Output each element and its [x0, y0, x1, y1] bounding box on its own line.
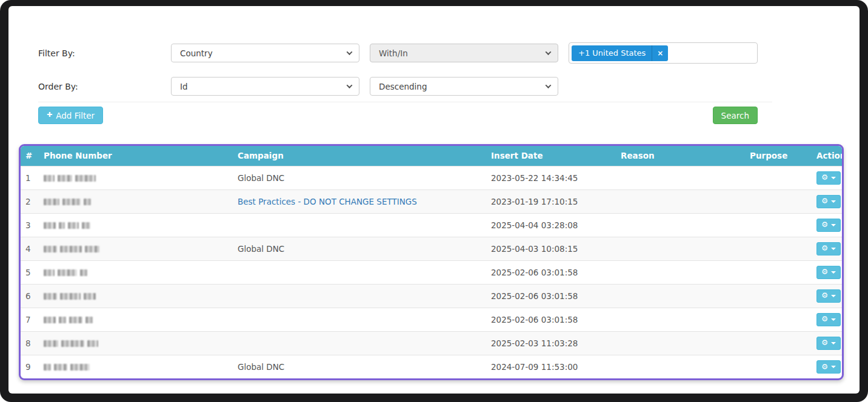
filter-operator-select[interactable]: With/In: [370, 44, 558, 62]
remove-tag-icon[interactable]: ×: [652, 45, 668, 61]
insert-date-cell: 2025-02-06 03:01:58: [486, 308, 616, 331]
divider: [38, 102, 772, 102]
reason-cell: [616, 284, 745, 308]
phone-number-redacted: [39, 331, 233, 355]
campaign-cell: [233, 213, 486, 237]
action-cell: ⚙: [812, 213, 842, 237]
table-body: 1Global DNC2023-05-22 14:34:45⚙2Best Pra…: [21, 166, 842, 378]
chevron-down-icon: [347, 82, 353, 88]
campaign-cell: [233, 308, 486, 331]
action-cell: ⚙: [812, 189, 842, 213]
phone-number-redacted: [39, 355, 233, 378]
window-frame: Filter By: Country With/In +1 United Sta…: [0, 0, 868, 402]
phone-number-redacted: [39, 237, 233, 260]
action-cell: ⚙: [812, 284, 842, 308]
row-action-dropdown-button[interactable]: ⚙: [816, 337, 841, 350]
redaction-block: [75, 175, 96, 182]
table-header-row: #Phone NumberCampaignInsert DateReasonPu…: [21, 146, 842, 166]
table-row: 9Global DNC2024-07-09 11:53:00⚙: [21, 355, 842, 378]
caret-down-icon: [831, 248, 836, 250]
filter-section: Filter By: Country With/In +1 United Sta…: [8, 6, 758, 96]
filter-by-row: Filter By: Country With/In +1 United Sta…: [38, 42, 758, 64]
redaction-block: [59, 222, 65, 229]
filter-by-label: Filter By:: [38, 48, 171, 58]
phone-number-redacted: [39, 260, 233, 284]
redaction-block: [85, 246, 99, 252]
filter-field-value: Country: [180, 48, 213, 58]
order-direction-select[interactable]: Descending: [370, 77, 558, 96]
table-row: 72025-02-06 03:01:58⚙: [21, 308, 842, 331]
purpose-cell: [745, 189, 812, 213]
row-action-dropdown-button[interactable]: ⚙: [816, 242, 841, 255]
order-field-select[interactable]: Id: [171, 77, 359, 96]
redaction-block: [68, 222, 79, 229]
purpose-cell: [745, 308, 812, 331]
campaign-cell: Global DNC: [233, 237, 486, 260]
campaign-cell: [233, 260, 486, 284]
gear-icon: ⚙: [821, 268, 828, 276]
redaction-block: [44, 364, 51, 371]
phone-number-redacted: [39, 308, 233, 331]
redaction-block: [59, 317, 66, 323]
gear-icon: ⚙: [821, 339, 828, 347]
insert-date-cell: 2023-01-19 17:10:15: [486, 189, 616, 213]
redaction-block: [44, 222, 56, 229]
reason-cell: [616, 213, 745, 237]
add-filter-button[interactable]: ✚ Add Filter: [38, 107, 103, 124]
insert-date-cell: 2024-07-09 11:53:00: [486, 355, 616, 378]
redaction-block: [44, 246, 57, 252]
gear-icon: ⚙: [821, 245, 828, 252]
row-index: 4: [21, 237, 39, 260]
redaction-block: [87, 340, 98, 347]
campaign-text: Global DNC: [238, 173, 284, 183]
reason-cell: [616, 308, 745, 331]
row-action-dropdown-button[interactable]: ⚙: [816, 360, 841, 374]
row-index: 6: [21, 284, 39, 308]
gear-icon: ⚙: [821, 197, 828, 205]
row-action-dropdown-button[interactable]: ⚙: [816, 313, 841, 326]
redaction-block: [84, 293, 96, 300]
filter-value-input[interactable]: +1 United States ×: [569, 42, 758, 64]
insert-date-cell: 2023-05-22 14:34:45: [486, 166, 616, 189]
purpose-cell: [745, 213, 812, 237]
table-row: 52025-02-06 03:01:58⚙: [21, 260, 842, 284]
redaction-block: [60, 246, 82, 252]
reason-cell: [616, 355, 745, 378]
row-action-dropdown-button[interactable]: ⚙: [816, 171, 841, 185]
table-row: 1Global DNC2023-05-22 14:34:45⚙: [21, 166, 842, 189]
insert-date-cell: 2025-04-03 10:08:15: [486, 237, 616, 260]
row-index: 7: [21, 308, 39, 331]
row-action-dropdown-button[interactable]: ⚙: [816, 266, 841, 279]
campaign-link[interactable]: Best Practices - DO NOT CHANGE SETTINGS: [238, 197, 417, 206]
row-action-dropdown-button[interactable]: ⚙: [816, 219, 841, 232]
redaction-block: [80, 269, 87, 276]
order-field-value: Id: [180, 82, 188, 91]
caret-down-icon: [831, 177, 836, 179]
search-button[interactable]: Search: [713, 107, 758, 124]
redaction-block: [44, 175, 55, 182]
redaction-block: [62, 199, 81, 205]
redaction-block: [58, 175, 72, 182]
phone-number-redacted: [39, 166, 233, 189]
row-action-dropdown-button[interactable]: ⚙: [816, 195, 841, 208]
campaign-cell: Global DNC: [233, 355, 486, 378]
order-direction-value: Descending: [379, 82, 427, 91]
action-cell: ⚙: [812, 237, 842, 260]
order-by-label: Order By:: [38, 82, 171, 91]
reason-cell: [616, 260, 745, 284]
purpose-cell: [745, 331, 812, 355]
column-header-campaign: Campaign: [233, 146, 486, 166]
row-action-dropdown-button[interactable]: ⚙: [816, 289, 841, 303]
redaction-block: [60, 293, 81, 300]
row-index: 8: [21, 331, 39, 355]
filter-tag-chip: +1 United States ×: [572, 45, 668, 61]
plus-icon: ✚: [47, 111, 52, 119]
chevron-down-icon: [347, 49, 353, 55]
campaign-text: Global DNC: [238, 362, 284, 372]
caret-down-icon: [831, 295, 836, 297]
column-header-phone-number: Phone Number: [39, 146, 233, 166]
filter-field-select[interactable]: Country: [171, 44, 359, 62]
filter-tag-label: +1 United States: [572, 48, 652, 58]
chevron-down-icon: [546, 49, 552, 55]
table-row: 62025-02-06 03:01:58⚙: [21, 284, 842, 308]
